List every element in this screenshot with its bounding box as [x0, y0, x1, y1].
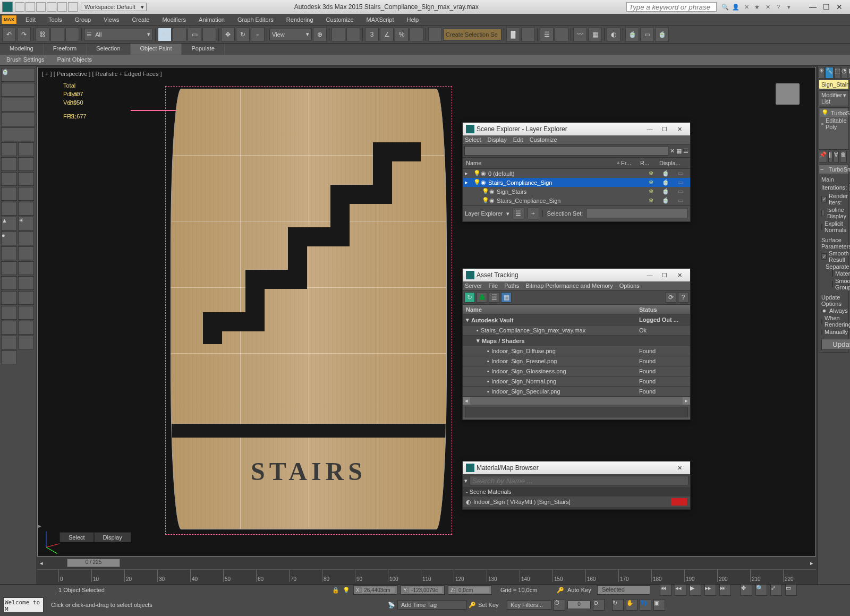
- render-frame-button[interactable]: ▭: [640, 28, 654, 41]
- tool-btn-19[interactable]: [18, 261, 34, 275]
- application-button[interactable]: MAX: [1, 15, 17, 24]
- nav-pan-button[interactable]: ✥: [741, 584, 752, 596]
- redo-button[interactable]: ↷: [17, 28, 31, 41]
- asset-row[interactable]: ▪Indoor_Sign_Normal.pngFound: [463, 377, 690, 387]
- close-icon[interactable]: ✕: [672, 465, 687, 472]
- nav-fov-button[interactable]: ⤢: [770, 584, 782, 596]
- dropdown-icon[interactable]: ▾: [506, 210, 509, 217]
- nav-pan2-button[interactable]: ✋: [626, 599, 638, 611]
- rollout-title[interactable]: − TurboSmooth: [819, 165, 849, 174]
- hierarchy-tab[interactable]: ⬚: [834, 67, 840, 79]
- asset-row[interactable]: ▪Indoor_Sign_Diffuse.pngFound: [463, 346, 690, 356]
- explorer-tab[interactable]: Select: [60, 532, 94, 542]
- lock-icon[interactable]: 🔒: [332, 587, 339, 594]
- menu-item[interactable]: File: [488, 283, 498, 289]
- menu-item[interactable]: Customize: [530, 136, 557, 143]
- sphere-icon[interactable]: ●: [1, 232, 17, 245]
- menu-item[interactable]: Customize: [320, 15, 360, 24]
- sign-model[interactable]: STAIRS: [171, 89, 447, 529]
- nav-zoom-button[interactable]: 🔍: [755, 584, 767, 596]
- object-name-field[interactable]: Sign_Stairs: [819, 80, 849, 89]
- maximize-icon[interactable]: ☐: [657, 272, 672, 279]
- timeline-start-icon[interactable]: ◂: [37, 560, 46, 567]
- key-mode-button[interactable]: ⊙: [593, 599, 605, 611]
- asset-columns[interactable]: NameStatus: [463, 305, 690, 315]
- menu-item[interactable]: MAXScript: [360, 15, 401, 24]
- smoothgroups-checkbox[interactable]: [832, 281, 833, 287]
- scroll-left[interactable]: ◂: [463, 397, 470, 405]
- nav-max-button[interactable]: ▣: [653, 599, 665, 611]
- tree-view-button[interactable]: 🌲: [477, 292, 487, 303]
- ribbon-tab[interactable]: Modeling: [0, 44, 44, 55]
- material-browser-window[interactable]: Material/Map Browser✕ ▾ - Scene Material…: [462, 461, 691, 510]
- isolate-icon[interactable]: 💡: [343, 587, 350, 594]
- motion-tab[interactable]: ◔: [841, 67, 847, 79]
- ribbon-tab[interactable]: Populate: [182, 44, 224, 55]
- teapot-icon[interactable]: 🍵: [1, 68, 35, 82]
- tool-btn-25[interactable]: [18, 306, 34, 320]
- filter-icon[interactable]: ▦: [676, 148, 682, 155]
- key-icon-2[interactable]: 🔑: [469, 602, 476, 609]
- layer-row[interactable]: ▸💡◉Stairs_Compliance_Sign❄🍵▭: [463, 178, 690, 187]
- layer-columns[interactable]: Name▴ Fr... R... Displa...: [463, 158, 690, 169]
- snap-button[interactable]: 3: [365, 28, 379, 41]
- pivot-button[interactable]: ⊕: [313, 28, 327, 41]
- status-button[interactable]: ⟳: [666, 292, 676, 303]
- menu-item[interactable]: Bitmap Performance and Memory: [525, 283, 613, 289]
- align-button[interactable]: [521, 28, 535, 41]
- tool-btn-16[interactable]: [1, 246, 17, 260]
- nav-orbit-button[interactable]: ↻: [612, 599, 624, 611]
- scroll-right[interactable]: ▸: [683, 397, 690, 405]
- menu-item[interactable]: Edit: [513, 136, 523, 143]
- maxscript-listener[interactable]: Welcome to M: [3, 597, 44, 612]
- tool-btn-8[interactable]: [18, 157, 34, 171]
- pin-stack-button[interactable]: 📌: [819, 151, 827, 162]
- move-button[interactable]: ✥: [221, 28, 235, 41]
- tool-btn-3[interactable]: [1, 113, 35, 126]
- add-to-layer-button[interactable]: +: [528, 208, 539, 219]
- undo-icon[interactable]: [47, 2, 56, 12]
- close-icon[interactable]: ✕: [672, 126, 687, 133]
- prev-frame-button[interactable]: ◂◂: [675, 584, 686, 596]
- ribbon-tab[interactable]: Freeform: [44, 44, 87, 55]
- menu-item[interactable]: Select: [465, 136, 481, 143]
- mirror-button[interactable]: ▐▌: [506, 28, 520, 41]
- link-button[interactable]: ⛓: [36, 28, 49, 41]
- next-frame-button[interactable]: ▸▸: [704, 584, 716, 596]
- modifier-stack[interactable]: 💡TurboSmooth ▫Editable Poly: [819, 107, 849, 150]
- manipulate-button[interactable]: [332, 28, 345, 41]
- display-tab[interactable]: ▦: [848, 67, 850, 79]
- asset-row[interactable]: ▾Maps / Shaders: [463, 336, 690, 346]
- window-crossing-button[interactable]: [202, 28, 216, 41]
- modifier-item[interactable]: ▫Editable Poly: [820, 117, 847, 131]
- favorite-icon[interactable]: ★: [753, 3, 761, 11]
- update-button[interactable]: Update: [821, 339, 850, 350]
- comm-icon[interactable]: 📡: [388, 602, 395, 609]
- tool-btn-30[interactable]: [1, 350, 17, 364]
- menu-item[interactable]: Options: [619, 283, 640, 289]
- goto-start-button[interactable]: ⏮: [660, 584, 672, 596]
- asset-row[interactable]: ▪Indoor_Sign_Specular.pngFound: [463, 387, 690, 397]
- exchange2-icon[interactable]: ✕: [763, 3, 772, 11]
- new-layer-button[interactable]: ☰: [513, 208, 524, 219]
- refresh-button[interactable]: ↻: [464, 292, 475, 303]
- tool-btn-22[interactable]: [1, 291, 17, 305]
- menu-item[interactable]: Rendering: [280, 15, 320, 24]
- save-file-icon[interactable]: [36, 2, 46, 12]
- signin-icon[interactable]: 👤: [732, 3, 740, 11]
- asset-tracking-window[interactable]: Asset Tracking—☐✕ ServerFilePathsBitmap …: [462, 268, 691, 420]
- isoline-checkbox[interactable]: [821, 210, 825, 216]
- tool-btn-29[interactable]: [18, 336, 34, 349]
- maximize-icon[interactable]: ☐: [657, 126, 672, 133]
- menu-item[interactable]: Create: [125, 15, 156, 24]
- tool-btn-11[interactable]: [1, 187, 17, 201]
- x-coord[interactable]: X:26,4403cm: [353, 585, 397, 595]
- material-editor-button[interactable]: ◐: [607, 28, 620, 41]
- asset-row[interactable]: ▪Indoor_Sign_Fresnel.pngFound: [463, 356, 690, 366]
- menu-item[interactable]: Modifiers: [156, 15, 192, 24]
- time-ruler[interactable]: 0102030405060708090100110120130140150160…: [37, 569, 816, 582]
- tool-btn-24[interactable]: [1, 306, 17, 320]
- tool-btn-18[interactable]: [1, 261, 17, 275]
- scene-explorer-window[interactable]: Scene Explorer - Layer Explorer—☐✕ Selec…: [462, 122, 691, 222]
- show-result-button[interactable]: ||: [828, 151, 832, 162]
